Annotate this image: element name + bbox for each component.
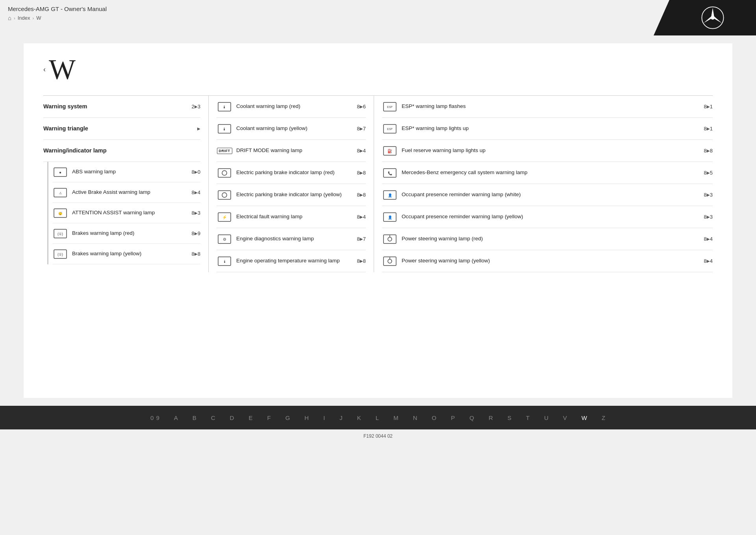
entry-brakes-red[interactable]: (①) Brakes warning lamp (red) 8▶9: [52, 223, 200, 244]
coolant-yellow-label: Coolant warning lamp (yellow): [236, 125, 354, 132]
engine-temp-page: 8▶8: [357, 258, 366, 264]
entry-power-steer-red[interactable]: Power steering warning lamp (red) 8▶4: [382, 228, 713, 250]
alpha-nav-n[interactable]: N: [406, 414, 425, 421]
engine-temp-icon: 🌡: [217, 256, 232, 266]
alpha-nav-l[interactable]: L: [369, 414, 386, 421]
svg-text:🌡: 🌡: [223, 260, 226, 264]
coolant-red-page: 8▶6: [357, 104, 366, 110]
home-icon[interactable]: ⌂: [8, 15, 11, 21]
header-left: Mercedes-AMG GT - Owner's Manual ⌂ › Ind…: [0, 0, 669, 35]
entry-brakes-yellow[interactable]: (①) Brakes warning lamp (yellow) 8▶8: [52, 244, 200, 264]
esp-flash-label: ESP* warning lamp flashes: [402, 103, 701, 110]
alphabet-navigation: 0 9 A B C D E F G H I J K L M N O P Q R …: [0, 406, 756, 429]
alpha-nav-m[interactable]: M: [386, 414, 406, 421]
entry-attention-assist[interactable]: 😴 ATTENTION ASSIST warning lamp 8▶3: [52, 203, 200, 223]
alpha-nav-r[interactable]: R: [482, 414, 500, 421]
svg-text:(①): (①): [57, 253, 63, 256]
entry-epb-red[interactable]: Electric parking brake indicator lamp (r…: [217, 162, 366, 184]
svg-text:ESP: ESP: [387, 128, 393, 130]
alpha-nav-o[interactable]: O: [425, 414, 444, 421]
entry-electrical-fault[interactable]: ⚡ Electrical fault warning lamp 8▶4: [217, 206, 366, 228]
entry-fuel-reserve[interactable]: ⛽ Fuel reserve warning lamp lights up 8▶…: [382, 140, 713, 162]
alpha-nav-c[interactable]: C: [204, 414, 223, 421]
entry-warning-triangle[interactable]: Warning triangle ▶: [43, 118, 200, 140]
alpha-nav-d[interactable]: D: [223, 414, 242, 421]
entry-mercedes-call[interactable]: 📞 Mercedes-Benz emergency call system wa…: [382, 162, 713, 184]
right-column: ESP ESP* warning lamp flashes 8▶1 ESP ES…: [374, 96, 713, 272]
back-arrow-icon[interactable]: ‹: [43, 65, 46, 74]
svg-point-48: [388, 259, 392, 263]
logo-area: [669, 0, 756, 35]
fuel-reserve-label: Fuel reserve warning lamp lights up: [402, 147, 701, 154]
svg-text:👤: 👤: [388, 193, 393, 198]
alpha-nav-t[interactable]: T: [519, 414, 537, 421]
document-title: Mercedes-AMG GT - Owner's Manual: [8, 6, 662, 12]
coolant-yellow-page: 8▶7: [357, 126, 366, 132]
alpha-nav-k[interactable]: K: [350, 414, 369, 421]
entry-epb-yellow[interactable]: Electric parking brake indicator lamp (y…: [217, 184, 366, 206]
chevron-icon-1: ›: [14, 16, 15, 20]
svg-text:⚡: ⚡: [222, 215, 227, 220]
alpha-nav-g[interactable]: G: [278, 414, 298, 421]
svg-point-23: [222, 171, 227, 175]
alpha-nav-v[interactable]: V: [556, 414, 574, 421]
epb-yellow-label: Electric parking brake indicator lamp (y…: [236, 191, 354, 198]
breadcrumb-index[interactable]: Index: [18, 15, 30, 21]
alpha-nav-h[interactable]: H: [297, 414, 316, 421]
engine-temp-label: Engine operating temperature warning lam…: [236, 257, 354, 264]
alpha-nav-q[interactable]: Q: [462, 414, 482, 421]
alpha-nav-09[interactable]: 0 9: [143, 414, 167, 421]
svg-text:🌡: 🌡: [222, 127, 226, 131]
alpha-nav-e[interactable]: E: [241, 414, 260, 421]
index-table: Warning system 2▶3 Warning triangle ▶ Wa…: [43, 95, 713, 272]
alpha-nav-z[interactable]: Z: [595, 414, 613, 421]
alpha-nav-p[interactable]: P: [444, 414, 462, 421]
alpha-nav-i[interactable]: I: [316, 414, 332, 421]
brakes-yellow-icon: (①): [52, 249, 68, 259]
occupant-white-page: 8▶3: [704, 192, 713, 198]
brake-assist-icon: ⚠: [52, 188, 68, 197]
alpha-nav-a[interactable]: A: [167, 414, 185, 421]
alpha-nav-j[interactable]: J: [332, 414, 350, 421]
svg-text:⛽: ⛽: [387, 149, 393, 154]
fuel-reserve-icon: ⛽: [382, 146, 398, 156]
alpha-nav-w[interactable]: W: [574, 414, 595, 421]
entry-engine-diagnostics[interactable]: ⚙ Engine diagnostics warning lamp 8▶7: [217, 228, 366, 250]
alpha-nav-s[interactable]: S: [500, 414, 519, 421]
entry-coolant-yellow[interactable]: 🌡 Coolant warning lamp (yellow) 8▶7: [217, 118, 366, 140]
engine-diagnostics-page: 8▶7: [357, 236, 366, 242]
coolant-yellow-icon: 🌡: [217, 124, 232, 134]
svg-text:⚠: ⚠: [59, 191, 62, 195]
mercedes-call-page: 8▶5: [704, 170, 713, 176]
entry-esp-flash[interactable]: ESP ESP* warning lamp flashes 8▶1: [382, 96, 713, 118]
epb-yellow-page: 8▶8: [357, 192, 366, 198]
occupant-white-icon: 👤: [382, 190, 398, 200]
svg-text:(①): (①): [57, 232, 63, 236]
engine-diagnostics-label: Engine diagnostics warning lamp: [236, 235, 354, 242]
alpha-nav-u[interactable]: U: [537, 414, 556, 421]
sub-entries-list: ● ABS warning lamp 8▶0 ⚠ Active Brake As…: [47, 162, 200, 264]
power-steer-red-label: Power steering warning lamp (red): [402, 235, 701, 242]
entry-warning-system[interactable]: Warning system 2▶3: [43, 96, 200, 118]
occupant-yellow-icon: 👤: [382, 212, 398, 222]
brakes-yellow-page: 8▶8: [192, 251, 200, 257]
alpha-nav-b[interactable]: B: [185, 414, 204, 421]
entry-engine-temp[interactable]: 🌡 Engine operating temperature warning l…: [217, 250, 366, 272]
entry-active-brake-assist[interactable]: ⚠ Active Brake Assist warning lamp 8▶4: [52, 182, 200, 203]
brakes-red-icon: (①): [52, 229, 68, 238]
epb-red-label: Electric parking brake indicator lamp (r…: [236, 169, 354, 176]
abs-page: 8▶0: [192, 169, 200, 175]
section-letter-row: ‹ W: [43, 55, 713, 84]
alpha-nav-f[interactable]: F: [260, 414, 278, 421]
esp-flash-icon: ESP: [382, 102, 398, 111]
entry-esp-light[interactable]: ESP ESP* warning lamp lights up 8▶1: [382, 118, 713, 140]
brake-assist-label: Active Brake Assist warning lamp: [72, 189, 189, 196]
coolant-red-icon: 🌡: [217, 102, 232, 111]
entry-occupant-white[interactable]: 👤 Occupant presence reminder warning lam…: [382, 184, 713, 206]
entry-power-steer-yellow[interactable]: Power steering warning lamp (yellow) 8▶4: [382, 250, 713, 272]
entry-abs[interactable]: ● ABS warning lamp 8▶0: [52, 162, 200, 182]
entry-drift-mode[interactable]: DRIFT DRIFT MODE warning lamp 8▶4: [217, 140, 366, 162]
entry-coolant-red[interactable]: 🌡 Coolant warning lamp (red) 8▶6: [217, 96, 366, 118]
power-steer-yellow-page: 8▶4: [704, 258, 713, 264]
entry-occupant-yellow[interactable]: 👤 Occupant presence reminder warning lam…: [382, 206, 713, 228]
